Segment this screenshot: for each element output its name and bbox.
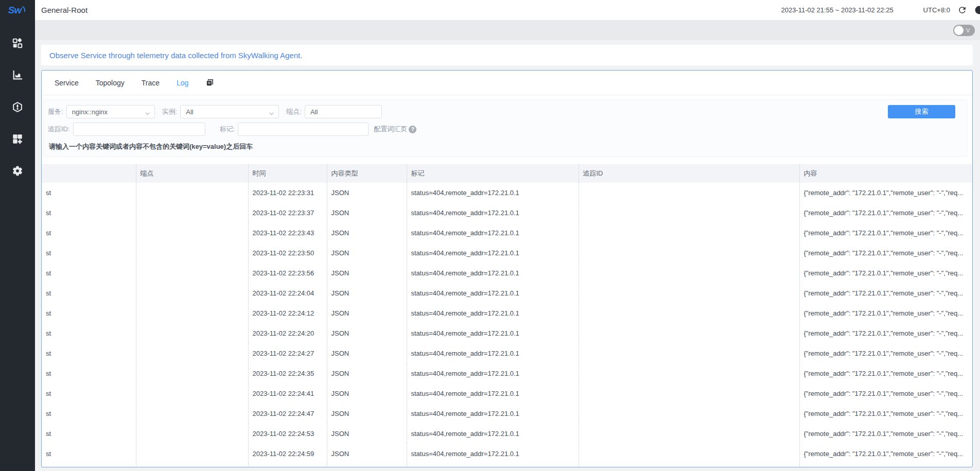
cell-endpoint bbox=[136, 223, 248, 243]
log-widget-panel: Service Topology Trace Log 服务: nginx::ng bbox=[41, 70, 973, 467]
service-select[interactable]: nginx::nginx bbox=[66, 105, 155, 118]
cell-content-type: JSON bbox=[327, 183, 407, 203]
cell-trace-id bbox=[579, 363, 799, 383]
cell-service: st bbox=[42, 283, 136, 303]
tags-input[interactable] bbox=[238, 123, 369, 136]
cell-trace-id bbox=[579, 223, 799, 243]
tab-trace[interactable]: Trace bbox=[142, 79, 160, 87]
info-icon[interactable] bbox=[974, 5, 980, 15]
cell-tags: status=404,remote_addr=172.21.0.1 bbox=[407, 223, 579, 243]
cell-trace-id bbox=[579, 343, 799, 363]
cell-content: {"remote_addr": "172.21.0.1","remote_use… bbox=[799, 183, 972, 203]
alerting-icon[interactable] bbox=[12, 101, 23, 113]
cell-service: st bbox=[42, 263, 136, 283]
cell-time: 2023-11-02 22:25:05 bbox=[248, 464, 327, 467]
version-toggle[interactable]: V bbox=[953, 25, 975, 36]
cell-endpoint bbox=[136, 383, 248, 404]
new-dashboard-icon[interactable] bbox=[12, 133, 23, 145]
cell-tags: status=404,remote_addr=172.21.0.1 bbox=[407, 424, 579, 444]
cell-endpoint bbox=[136, 243, 248, 263]
cell-endpoint bbox=[136, 323, 248, 343]
tabs-bar: Service Topology Trace Log bbox=[42, 71, 972, 95]
dashboards-icon[interactable] bbox=[12, 69, 23, 81]
cell-service: st bbox=[42, 383, 136, 404]
table-row[interactable]: st2023-11-02 22:24:27JSONstatus=404,remo… bbox=[42, 343, 972, 363]
cell-endpoint bbox=[136, 283, 248, 303]
cell-service: st bbox=[42, 183, 136, 203]
table-row[interactable]: st2023-11-02 22:24:59JSONstatus=404,remo… bbox=[42, 444, 972, 464]
marketplace-icon[interactable] bbox=[12, 38, 23, 49]
cell-time: 2023-11-02 22:24:41 bbox=[248, 383, 327, 404]
table-row[interactable]: st2023-11-02 22:24:47JSONstatus=404,remo… bbox=[42, 404, 972, 424]
cell-content-type: JSON bbox=[327, 363, 407, 383]
cell-service: st bbox=[42, 323, 136, 343]
table-row[interactable]: st2023-11-02 22:25:05JSONstatus=404,remo… bbox=[42, 464, 972, 467]
cell-trace-id bbox=[579, 183, 799, 203]
cell-trace-id bbox=[579, 404, 799, 424]
cell-content-type: JSON bbox=[327, 464, 407, 467]
cell-tags: status=404,remote_addr=172.21.0.1 bbox=[407, 363, 579, 383]
cell-trace-id bbox=[579, 383, 799, 404]
instance-select[interactable]: All bbox=[180, 105, 279, 118]
table-row[interactable]: st2023-11-02 22:23:43JSONstatus=404,remo… bbox=[42, 223, 972, 243]
table-row[interactable]: st2023-11-02 22:23:37JSONstatus=404,remo… bbox=[42, 203, 972, 223]
cell-time: 2023-11-02 22:23:50 bbox=[248, 243, 327, 263]
copy-icon[interactable] bbox=[205, 78, 214, 87]
skywalking-logo[interactable]: Sw bbox=[8, 5, 27, 19]
cell-content: {"remote_addr": "172.21.0.1","remote_use… bbox=[799, 383, 972, 404]
cell-trace-id bbox=[579, 424, 799, 444]
cell-content: {"remote_addr": "172.21.0.1","remote_use… bbox=[799, 323, 972, 343]
cell-tags: status=404,remote_addr=172.21.0.1 bbox=[407, 183, 579, 203]
cell-content: {"remote_addr": "172.21.0.1","remote_use… bbox=[799, 263, 972, 283]
cell-endpoint bbox=[136, 444, 248, 464]
table-row[interactable]: st2023-11-02 22:23:31JSONstatus=404,remo… bbox=[42, 183, 972, 203]
table-row[interactable]: st2023-11-02 22:24:20JSONstatus=404,remo… bbox=[42, 323, 972, 343]
cell-service: st bbox=[42, 203, 136, 223]
cell-tags: status=404,remote_addr=172.21.0.1 bbox=[407, 283, 579, 303]
trace-id-input[interactable] bbox=[73, 123, 205, 136]
trace-id-label: 追踪ID: bbox=[48, 125, 70, 134]
cell-time: 2023-11-02 22:24:59 bbox=[248, 444, 327, 464]
cell-trace-id bbox=[579, 203, 799, 223]
refresh-icon[interactable] bbox=[957, 5, 967, 15]
cell-content-type: JSON bbox=[327, 383, 407, 404]
cell-content-type: JSON bbox=[327, 243, 407, 263]
service-select-value: nginx::nginx bbox=[72, 108, 141, 116]
cell-content-type: JSON bbox=[327, 223, 407, 243]
table-row[interactable]: st2023-11-02 22:24:41JSONstatus=404,remo… bbox=[42, 383, 972, 404]
table-row[interactable]: st2023-11-02 22:24:04JSONstatus=404,remo… bbox=[42, 283, 972, 303]
col-header-service bbox=[42, 164, 136, 183]
cell-time: 2023-11-02 22:24:27 bbox=[248, 343, 327, 363]
toggle-label: V bbox=[966, 27, 970, 33]
cell-endpoint bbox=[136, 464, 248, 467]
table-row[interactable]: st2023-11-02 22:24:12JSONstatus=404,remo… bbox=[42, 303, 972, 323]
cell-endpoint bbox=[136, 363, 248, 383]
cell-trace-id bbox=[579, 263, 799, 283]
tab-log[interactable]: Log bbox=[177, 79, 188, 87]
cell-content-type: JSON bbox=[327, 323, 407, 343]
endpoint-input[interactable] bbox=[305, 105, 382, 118]
table-row[interactable]: st2023-11-02 22:24:35JSONstatus=404,remo… bbox=[42, 363, 972, 383]
time-range-picker[interactable]: 2023-11-02 21:55 ~ 2023-11-02 22:25 bbox=[781, 6, 893, 14]
cell-endpoint bbox=[136, 303, 248, 323]
table-row[interactable]: st2023-11-02 22:23:56JSONstatus=404,remo… bbox=[42, 263, 972, 283]
cell-endpoint bbox=[136, 183, 248, 203]
settings-icon[interactable] bbox=[12, 165, 23, 177]
help-icon[interactable]: ? bbox=[409, 126, 416, 133]
cell-service: st bbox=[42, 243, 136, 263]
cell-content: {"remote_addr": "172.21.0.1","remote_use… bbox=[799, 424, 972, 444]
table-row[interactable]: st2023-11-02 22:23:50JSONstatus=404,remo… bbox=[42, 243, 972, 263]
cell-service: st bbox=[42, 424, 136, 444]
cell-tags: status=404,remote_addr=172.21.0.1 bbox=[407, 343, 579, 363]
search-button[interactable]: 搜索 bbox=[888, 105, 955, 118]
cell-time: 2023-11-02 22:24:47 bbox=[248, 404, 327, 424]
dashboard-toolbar: V bbox=[35, 21, 980, 40]
vocabulary-page-label: 配置词汇页 bbox=[374, 125, 407, 134]
tab-service[interactable]: Service bbox=[55, 79, 79, 87]
tab-topology[interactable]: Topology bbox=[96, 79, 125, 87]
table-header-row: 端点 时间 内容类型 标记 追踪ID 内容 bbox=[42, 164, 972, 183]
cell-tags: status=404,remote_addr=172.21.0.1 bbox=[407, 404, 579, 424]
cell-time: 2023-11-02 22:23:56 bbox=[248, 263, 327, 283]
cell-tags: status=404,remote_addr=172.21.0.1 bbox=[407, 243, 579, 263]
table-row[interactable]: st2023-11-02 22:24:53JSONstatus=404,remo… bbox=[42, 424, 972, 444]
